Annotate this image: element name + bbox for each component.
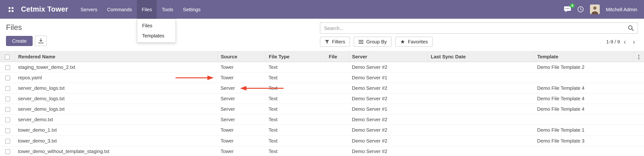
cell-file[interactable]	[326, 104, 349, 114]
cell-source[interactable]: Server	[218, 104, 266, 114]
column-header-file-type[interactable]: File Type	[266, 51, 326, 62]
cell-file[interactable]	[326, 135, 349, 146]
user-name[interactable]: Mitchell Admin	[606, 6, 637, 12]
row-checkbox[interactable]	[5, 139, 10, 144]
export-button[interactable]	[35, 36, 47, 46]
row-checkbox[interactable]	[5, 149, 10, 154]
cell-rendered-name[interactable]: server_demo_logs.txt	[15, 93, 218, 104]
cell-template[interactable]: Demo File Template 3	[534, 135, 634, 146]
column-header-source[interactable]: Source	[218, 51, 266, 62]
cell-source[interactable]: Tower	[218, 125, 266, 135]
menu-item-files[interactable]: Files Files Templates	[137, 0, 157, 19]
cell-file[interactable]	[326, 114, 349, 125]
cell-template[interactable]	[534, 72, 634, 83]
cell-rendered-name[interactable]: tower_demo_1.txt	[15, 125, 218, 135]
cell-template[interactable]: Demo File Template 2	[534, 62, 634, 72]
table-row[interactable]: tower_demo_without_template_staging.txtT…	[0, 146, 644, 156]
cell-file-type[interactable]: Text	[266, 104, 326, 114]
cell-rendered-name[interactable]: repos.yaml	[15, 72, 218, 83]
cell-source[interactable]: Server	[218, 93, 266, 104]
cell-last-sync-date[interactable]	[428, 93, 534, 104]
table-row[interactable]: server_demo_logs.txtServerTextDemo Serve…	[0, 83, 644, 93]
cell-rendered-name[interactable]: server_demo.txt	[15, 114, 218, 125]
cell-file[interactable]	[326, 62, 349, 72]
cell-file-type[interactable]: Text	[266, 146, 326, 156]
favorites-button[interactable]: Favorites	[396, 37, 433, 47]
row-checkbox[interactable]	[5, 65, 10, 70]
table-row[interactable]: tower_demo_1.txtTowerTextDemo Server #2D…	[0, 125, 644, 135]
group-by-button[interactable]: Group By	[354, 37, 392, 47]
row-checkbox[interactable]	[5, 128, 10, 133]
cell-last-sync-date[interactable]	[428, 146, 534, 156]
cell-rendered-name[interactable]: tower_demo_without_template_staging.txt	[15, 146, 218, 156]
cell-server[interactable]: Demo Server #2	[349, 93, 428, 104]
cell-source[interactable]: Server	[218, 83, 266, 93]
table-row[interactable]: server_demo_logs.txtServerTextDemo Serve…	[0, 104, 644, 114]
pager-previous-button[interactable]: ‹	[621, 38, 629, 45]
select-all-checkbox[interactable]	[5, 55, 10, 60]
dropdown-item-files[interactable]: Files	[137, 21, 176, 31]
cell-template[interactable]: Demo File Template 4	[534, 83, 634, 93]
cell-last-sync-date[interactable]	[428, 62, 534, 72]
cell-source[interactable]: Server	[218, 114, 266, 125]
cell-source[interactable]: Tower	[218, 62, 266, 72]
column-header-last-sync-date[interactable]: Last Sync Date	[428, 51, 534, 62]
cell-source[interactable]: Tower	[218, 72, 266, 83]
cell-file-type[interactable]: Text	[266, 125, 326, 135]
menu-item-servers[interactable]: Servers	[76, 0, 102, 19]
cell-rendered-name[interactable]: server_demo_logs.txt	[15, 104, 218, 114]
dropdown-item-templates[interactable]: Templates	[137, 31, 176, 41]
table-row[interactable]: staging_tower_demo_2.txtTowerTextDemo Se…	[0, 62, 644, 72]
cell-file[interactable]	[326, 125, 349, 135]
table-row[interactable]: server_demo_logs.txtServerTextDemo Serve…	[0, 93, 644, 104]
cell-server[interactable]: Demo Server #2	[349, 146, 428, 156]
cell-last-sync-date[interactable]	[428, 83, 534, 93]
cell-template[interactable]	[534, 146, 634, 156]
column-header-server[interactable]: Server	[349, 51, 428, 62]
cell-last-sync-date[interactable]	[428, 104, 534, 114]
cell-server[interactable]: Demo Server #2	[349, 114, 428, 125]
row-checkbox[interactable]	[5, 107, 10, 112]
cell-server[interactable]: Demo Server #1	[349, 72, 428, 83]
cell-template[interactable]: Demo File Template 4	[534, 93, 634, 104]
cell-server[interactable]: Demo Server #2	[349, 62, 428, 72]
row-checkbox[interactable]	[5, 118, 10, 123]
column-header-file[interactable]: File	[326, 51, 349, 62]
table-row[interactable]: repos.yamlTowerTextDemo Server #1	[0, 72, 644, 83]
cell-server[interactable]: Demo Server #2	[349, 83, 428, 93]
activities-button[interactable]	[577, 6, 584, 13]
cell-file-type[interactable]: Text	[266, 62, 326, 72]
cell-server[interactable]: Demo Server #2	[349, 135, 428, 146]
pager-next-button[interactable]: ›	[630, 38, 638, 45]
cell-last-sync-date[interactable]	[428, 72, 534, 83]
messages-button[interactable]: 4	[564, 6, 571, 13]
apps-menu-button[interactable]	[5, 0, 16, 19]
cell-file-type[interactable]: Text	[266, 135, 326, 146]
cell-file[interactable]	[326, 93, 349, 104]
cell-server[interactable]: Demo Server #2	[349, 125, 428, 135]
cell-file-type[interactable]: Text	[266, 83, 326, 93]
cell-template[interactable]	[534, 114, 634, 125]
cell-server[interactable]: Demo Server #1	[349, 104, 428, 114]
cell-file[interactable]	[326, 72, 349, 83]
search-icon[interactable]	[628, 25, 634, 31]
cell-rendered-name[interactable]: staging_tower_demo_2.txt	[15, 62, 218, 72]
app-title[interactable]: Cetmix Tower	[16, 0, 76, 19]
row-checkbox[interactable]	[5, 86, 10, 91]
create-button[interactable]: Create	[6, 36, 33, 46]
menu-item-tools[interactable]: Tools	[157, 0, 178, 19]
cell-source[interactable]: Tower	[218, 146, 266, 156]
filters-button[interactable]: Filters	[320, 37, 350, 47]
row-checkbox[interactable]	[5, 76, 10, 80]
user-menu[interactable]	[590, 4, 600, 14]
cell-last-sync-date[interactable]	[428, 114, 534, 125]
cell-last-sync-date[interactable]	[428, 135, 534, 146]
row-checkbox[interactable]	[5, 97, 10, 102]
cell-rendered-name[interactable]: server_demo_logs.txt	[15, 83, 218, 93]
cell-file[interactable]	[326, 146, 349, 156]
cell-source[interactable]: Tower	[218, 135, 266, 146]
cell-rendered-name[interactable]: tower_demo_3.txt	[15, 135, 218, 146]
column-header-rendered-name[interactable]: Rendered Name	[15, 51, 218, 62]
cell-file[interactable]	[326, 83, 349, 93]
search-input[interactable]	[324, 25, 628, 31]
